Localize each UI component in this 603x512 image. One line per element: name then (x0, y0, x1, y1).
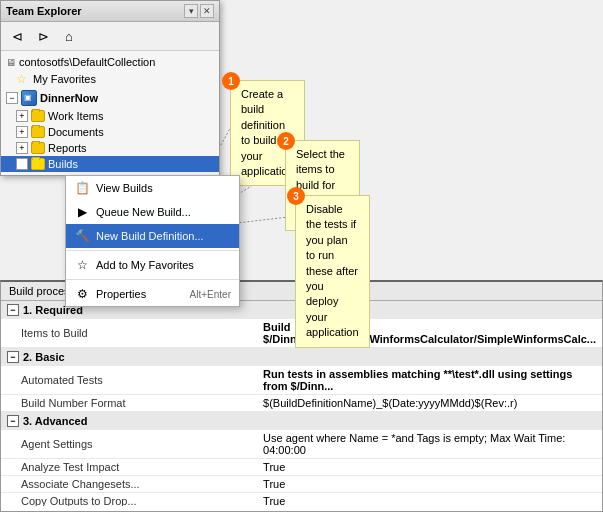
reports-expand-btn[interactable]: + (16, 142, 28, 154)
ctx-view-builds[interactable]: 📋 View Builds (66, 176, 239, 200)
row-agent-settings[interactable]: Agent Settings Use agent where Name = *a… (1, 430, 602, 459)
favorites-icon: ☆ (16, 72, 30, 86)
te-favorites-item[interactable]: ☆ My Favorites (1, 70, 219, 88)
add-favorites-icon: ☆ (74, 257, 90, 273)
te-documents-label: Documents (48, 126, 104, 138)
automated-tests-name: Automated Tests (1, 366, 257, 395)
te-pin-button[interactable]: ▾ (184, 4, 198, 18)
documents-folder-icon (31, 126, 45, 138)
ctx-properties-shortcut: Alt+Enter (190, 289, 231, 300)
team-explorer-panel: Team Explorer ▾ ✕ ⊲ ⊳ ⌂ 🖥 contosotfs\Def… (0, 0, 220, 176)
ctx-properties-label: Properties (96, 288, 146, 300)
te-documents-item[interactable]: + Documents (1, 124, 219, 140)
te-builds-label: Builds (48, 158, 78, 170)
te-close-button[interactable]: ✕ (200, 4, 214, 18)
section-basic: − 2. Basic (1, 348, 602, 366)
section-basic-collapse[interactable]: − (7, 351, 19, 363)
callout-number-2: 2 (277, 132, 295, 150)
automated-tests-value: Run tests in assemblies matching **\test… (257, 366, 602, 395)
section-advanced-label: 3. Advanced (23, 415, 87, 427)
view-builds-icon: 📋 (74, 180, 90, 196)
te-forward-button[interactable]: ⊳ (32, 25, 54, 47)
te-window-controls: ▾ ✕ (184, 4, 214, 18)
ctx-view-builds-label: View Builds (96, 182, 153, 194)
section-basic-label: 2. Basic (23, 351, 65, 363)
section-advanced: − 3. Advanced (1, 412, 602, 430)
ctx-separator-2 (66, 279, 239, 280)
associate-changesets-value: True (257, 476, 602, 493)
agent-settings-name: Agent Settings (1, 430, 257, 459)
builds-expand-btn[interactable]: + (16, 158, 28, 170)
te-project-item[interactable]: − DinnerNow (1, 88, 219, 108)
te-toolbar: ⊲ ⊳ ⌂ (1, 22, 219, 51)
ctx-new-build-def[interactable]: 🔨 New Build Definition... (66, 224, 239, 248)
documents-expand-btn[interactable]: + (16, 126, 28, 138)
team-explorer-titlebar: Team Explorer ▾ ✕ (1, 1, 219, 22)
copy-outputs-name: Copy Outputs to Drop... (1, 493, 257, 507)
section-basic-header: − 2. Basic (7, 351, 65, 363)
te-workitems-item[interactable]: + Work Items (1, 108, 219, 124)
ctx-queue-build-label: Queue New Build... (96, 206, 191, 218)
new-build-def-icon: 🔨 (74, 228, 90, 244)
row-build-number-format[interactable]: Build Number Format $(BuildDefinitionNam… (1, 395, 602, 412)
row-copy-outputs[interactable]: Copy Outputs to Drop... True (1, 493, 602, 507)
te-server-item[interactable]: 🖥 contosotfs\DefaultCollection (1, 54, 219, 70)
callout-number-1: 1 (222, 72, 240, 90)
te-workitems-label: Work Items (48, 110, 103, 122)
team-explorer-title: Team Explorer (6, 5, 82, 17)
queue-build-icon: ▶ (74, 204, 90, 220)
te-project-label: DinnerNow (40, 92, 98, 104)
analyze-test-impact-name: Analyze Test Impact (1, 459, 257, 476)
ctx-queue-build[interactable]: ▶ Queue New Build... (66, 200, 239, 224)
analyze-test-impact-value: True (257, 459, 602, 476)
callout-number-3: 3 (287, 187, 305, 205)
copy-outputs-value: True (257, 493, 602, 507)
build-number-format-name: Build Number Format (1, 395, 257, 412)
te-home-button[interactable]: ⌂ (58, 25, 80, 47)
project-icon (21, 90, 37, 106)
items-to-build-name: Items to Build (1, 319, 257, 348)
workitems-folder-icon (31, 110, 45, 122)
associate-changesets-name: Associate Changesets... (1, 476, 257, 493)
ctx-new-build-def-label: New Build Definition... (96, 230, 204, 242)
te-tree: 🖥 contosotfs\DefaultCollection ☆ My Favo… (1, 51, 219, 175)
row-analyze-test-impact[interactable]: Analyze Test Impact True (1, 459, 602, 476)
callout-3: Disable the tests if you plan to run the… (295, 195, 370, 348)
build-number-format-value: $(BuildDefinitionName)_$(Date:yyyyMMdd)$… (257, 395, 602, 412)
te-builds-item[interactable]: + Builds (1, 156, 219, 172)
project-expand-btn[interactable]: − (6, 92, 18, 104)
te-server-label: contosotfs\DefaultCollection (19, 56, 155, 68)
ctx-separator-1 (66, 250, 239, 251)
row-associate-changesets[interactable]: Associate Changesets... True (1, 476, 602, 493)
ctx-add-favorites[interactable]: ☆ Add to My Favorites (66, 253, 239, 277)
context-menu: 📋 View Builds ▶ Queue New Build... 🔨 New… (65, 175, 240, 307)
ctx-properties[interactable]: ⚙ Properties Alt+Enter (66, 282, 239, 306)
section-advanced-header: − 3. Advanced (7, 415, 87, 427)
te-back-button[interactable]: ⊲ (6, 25, 28, 47)
builds-folder-icon (31, 158, 45, 170)
te-reports-item[interactable]: + Reports (1, 140, 219, 156)
properties-icon: ⚙ (74, 286, 90, 302)
section-required-collapse[interactable]: − (7, 304, 19, 316)
reports-folder-icon (31, 142, 45, 154)
agent-settings-value: Use agent where Name = *and Tags is empt… (257, 430, 602, 459)
ctx-add-favorites-label: Add to My Favorites (96, 259, 194, 271)
workitems-expand-btn[interactable]: + (16, 110, 28, 122)
te-favorites-label: My Favorites (33, 73, 96, 85)
row-automated-tests[interactable]: Automated Tests Run tests in assemblies … (1, 366, 602, 395)
te-reports-label: Reports (48, 142, 87, 154)
section-advanced-collapse[interactable]: − (7, 415, 19, 427)
